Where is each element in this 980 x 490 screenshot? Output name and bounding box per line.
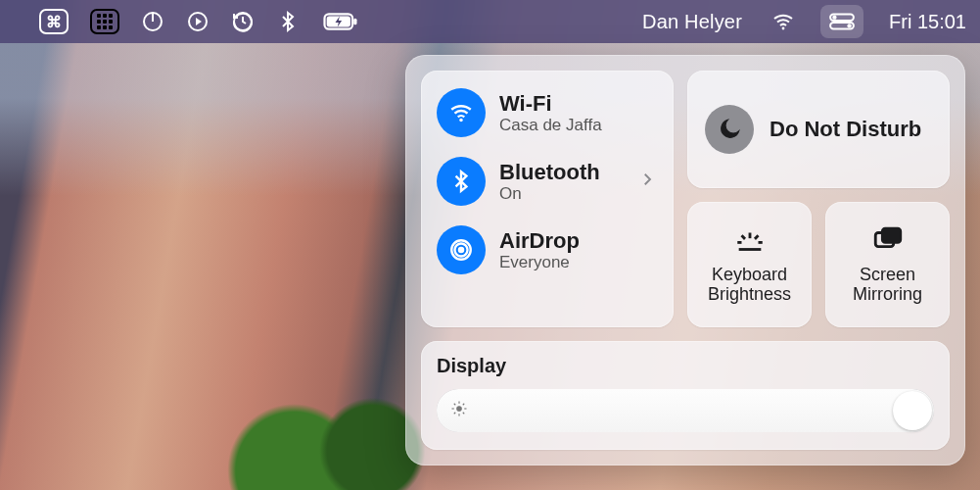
command-icon: ⌘ xyxy=(46,13,62,31)
play-icon xyxy=(186,10,210,33)
svg-line-29 xyxy=(454,404,456,406)
svg-point-12 xyxy=(459,119,462,122)
power-icon xyxy=(141,10,164,33)
bluetooth-icon xyxy=(437,157,486,206)
menu-control-center[interactable] xyxy=(820,0,863,43)
svg-rect-23 xyxy=(882,228,900,242)
dnd-toggle[interactable]: Do Not Disturb xyxy=(687,71,950,188)
svg-line-18 xyxy=(741,236,745,240)
svg-line-32 xyxy=(454,413,456,415)
svg-rect-5 xyxy=(353,19,356,25)
menu-extra-bluetooth[interactable] xyxy=(276,10,300,33)
sun-icon xyxy=(450,400,468,421)
keyboard-brightness-label: Keyboard Brightness xyxy=(695,266,804,305)
svg-point-7 xyxy=(782,27,785,30)
wifi-icon xyxy=(771,10,795,33)
bluetooth-icon xyxy=(276,10,300,33)
wifi-icon xyxy=(437,88,486,137)
menu-user-name[interactable]: Dan Helyer xyxy=(642,0,742,43)
menu-wifi[interactable] xyxy=(771,10,795,33)
menu-extra-timemachine[interactable] xyxy=(231,10,255,33)
battery-charging-icon xyxy=(321,11,360,32)
airdrop-subtitle: Everyone xyxy=(499,253,580,272)
svg-point-9 xyxy=(832,16,836,20)
menu-extra-shortcuts[interactable]: ⌘ xyxy=(39,9,69,34)
screen-mirroring-label: Screen Mirroring xyxy=(833,266,942,305)
control-center-panel: Wi-Fi Casa de Jaffa Bluetooth On AirDrop xyxy=(405,55,965,466)
menu-extra-battery[interactable] xyxy=(321,10,360,33)
menu-extra-appgrid[interactable] xyxy=(90,9,119,34)
wifi-subtitle: Casa de Jaffa xyxy=(499,116,602,135)
timemachine-icon xyxy=(231,10,255,33)
wifi-toggle[interactable]: Wi-Fi Casa de Jaffa xyxy=(435,84,660,141)
grid-icon xyxy=(90,9,119,34)
svg-line-19 xyxy=(754,236,758,240)
bluetooth-title: Bluetooth xyxy=(499,160,600,184)
brightness-slider[interactable] xyxy=(437,389,934,432)
display-title: Display xyxy=(437,355,934,377)
wifi-title: Wi-Fi xyxy=(499,91,602,116)
airdrop-title: AirDrop xyxy=(499,228,580,253)
airdrop-toggle[interactable]: AirDrop Everyone xyxy=(435,221,660,278)
menu-bar: ⌘ Dan Helyer xyxy=(0,0,980,43)
control-center-icon xyxy=(829,13,855,30)
brightness-thumb[interactable] xyxy=(893,391,932,430)
svg-line-31 xyxy=(463,404,465,406)
brightness-fill xyxy=(437,389,934,432)
svg-point-13 xyxy=(458,247,465,254)
keyboard-brightness-button[interactable]: Keyboard Brightness xyxy=(687,202,812,327)
svg-point-24 xyxy=(457,407,462,412)
moon-icon xyxy=(705,105,754,154)
keyboard-brightness-icon xyxy=(733,224,767,258)
screen-mirroring-icon xyxy=(871,224,905,258)
screen-mirroring-button[interactable]: Screen Mirroring xyxy=(825,202,950,327)
svg-line-30 xyxy=(463,413,465,415)
dnd-label: Do Not Disturb xyxy=(770,118,921,141)
airdrop-icon xyxy=(437,225,486,274)
connectivity-card: Wi-Fi Casa de Jaffa Bluetooth On AirDrop xyxy=(421,71,674,327)
chevron-right-icon[interactable] xyxy=(638,171,656,192)
bluetooth-toggle[interactable]: Bluetooth On xyxy=(435,153,660,210)
menu-extra-nowplaying[interactable] xyxy=(186,10,210,33)
menu-clock[interactable]: Fri 15:01 xyxy=(889,0,966,43)
svg-point-11 xyxy=(847,24,851,27)
menu-extra-power[interactable] xyxy=(141,10,164,33)
display-card: Display xyxy=(421,341,950,450)
bluetooth-subtitle: On xyxy=(499,184,600,204)
